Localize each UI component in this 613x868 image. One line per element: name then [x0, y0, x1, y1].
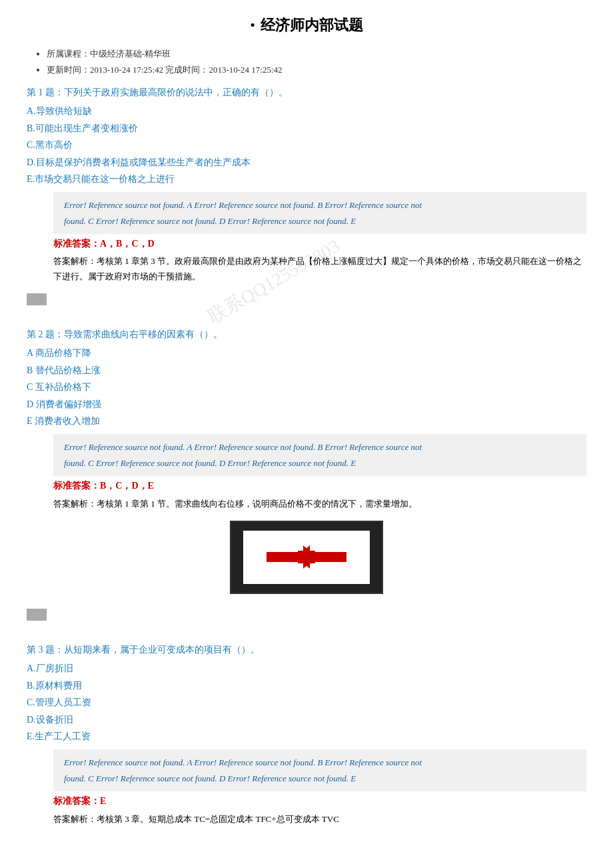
q2-analysis: 答案解析：考核第 1 章第 1 节。需求曲线向右位移，说明商品价格不变的情况下，…	[53, 497, 586, 511]
q1-option-b: B.可能出现生产者变相涨价	[27, 121, 586, 136]
q2-option-a: A 商品价格下降	[27, 346, 586, 361]
q3-error-line2: found. C Error! Reference source not fou…	[64, 773, 356, 783]
q1-answer: 标准答案：A，B，C，D	[53, 237, 586, 251]
q3-option-d: D.设备折旧	[27, 713, 586, 727]
q3-answer: 标准答案：E	[53, 794, 586, 809]
question-2: 第 2 题：导致需求曲线向右平移的因素有（）。 A 商品价格下降 B 替代品价格…	[27, 327, 586, 631]
meta-area: 所属课程：中级经济基础-精华班 更新时间：2013-10-24 17:25:42…	[27, 46, 586, 77]
q2-option-d: D 消费者偏好增强	[27, 397, 586, 412]
question-1: 第 1 题：下列关于政府实施最高限价的说法中，正确的有（）。 A.导致供给短缺 …	[27, 85, 586, 315]
q1-analysis: 答案解析：考核第 1 章第 3 节。政府最高限价是由政府为某种产品【价格上涨幅度…	[53, 254, 586, 283]
q2-error-block: Error! Reference source not found. A Err…	[53, 434, 586, 476]
q3-option-b: B.原材料费用	[27, 679, 586, 693]
q3-error-line1: Error! Reference source not found. A Err…	[64, 757, 422, 767]
q3-number: 第 3 题：	[27, 645, 64, 655]
q3-title: 第 3 题：从短期来看，属于企业可变成本的项目有（）。	[27, 643, 586, 657]
q2-option-c: C 互补品价格下	[27, 380, 586, 395]
q1-gray-box	[27, 293, 47, 305]
q2-title: 第 2 题：导致需求曲线向右平移的因素有（）。	[27, 327, 586, 342]
q2-error-line2: found. C Error! Reference source not fou…	[64, 458, 356, 468]
q3-analysis: 答案解析：考核第 3 章。短期总成本 TC=总固定成本 TFC+总可变成本 TV…	[53, 812, 586, 827]
question-3: 第 3 题：从短期来看，属于企业可变成本的项目有（）。 A.厂房折旧 B.原材料…	[27, 643, 586, 827]
title-bullet: •	[250, 13, 255, 37]
q3-option-c: C.管理人员工资	[27, 695, 586, 710]
q3-text: 从短期来看，属于企业可变成本的项目有（）。	[64, 645, 260, 655]
q1-option-c: C.黑市高价	[27, 138, 586, 153]
q1-number: 第 1 题：	[27, 87, 64, 97]
q2-answer: 标准答案：B，C，D，E	[53, 479, 586, 493]
q1-text: 下列关于政府实施最高限价的说法中，正确的有（）。	[64, 87, 288, 97]
q2-text: 导致需求曲线向右平移的因素有（）。	[64, 329, 223, 339]
q1-error-block: Error! Reference source not found. A Err…	[53, 192, 586, 234]
q1-option-e: E.市场交易只能在这一价格之上进行	[27, 172, 586, 187]
q1-error-line1: Error! Reference source not found. A Err…	[64, 200, 422, 210]
chart-area	[27, 521, 586, 594]
q2-error-line1: Error! Reference source not found. A Err…	[64, 442, 422, 452]
q3-option-a: A.厂房折旧	[27, 661, 586, 676]
chart-inner	[243, 531, 370, 584]
chart-image	[230, 521, 383, 594]
q1-error-line2: found. C Error! Reference source not fou…	[64, 216, 356, 226]
page-title-area: • 经济师内部试题	[27, 13, 586, 37]
q3-error-block: Error! Reference source not found. A Err…	[53, 749, 586, 791]
q1-title: 第 1 题：下列关于政府实施最高限价的说法中，正确的有（）。	[27, 85, 586, 100]
svg-rect-2	[298, 551, 315, 563]
course-meta: 所属课程：中级经济基础-精华班	[47, 46, 586, 61]
q2-gray-box	[27, 609, 47, 621]
page-title: 经济师内部试题	[261, 13, 363, 37]
update-meta: 更新时间：2013-10-24 17:25:42 完成时间：2013-10-24…	[47, 62, 586, 77]
q2-option-e: E 消费者收入增加	[27, 414, 586, 429]
q1-option-d: D.目标是保护消费者利益或降低某些生产者的生产成本	[27, 155, 586, 170]
q2-number: 第 2 题：	[27, 329, 64, 339]
q1-option-a: A.导致供给短缺	[27, 104, 586, 119]
chart-shape	[267, 545, 346, 569]
q2-option-b: B 替代品价格上涨	[27, 363, 586, 378]
q3-option-e: E.生产工人工资	[27, 729, 586, 744]
